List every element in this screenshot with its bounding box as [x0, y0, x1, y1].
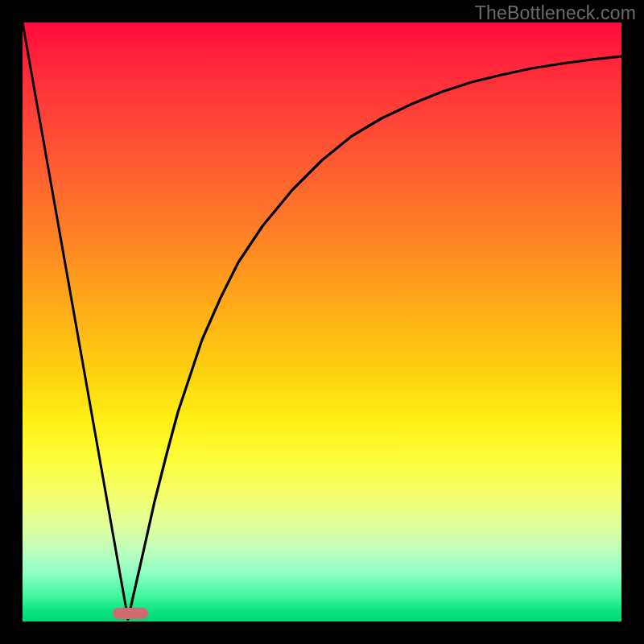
left-descent-line — [23, 23, 128, 619]
right-curve-line — [128, 56, 621, 619]
chart-frame: TheBottleneck.com — [0, 0, 644, 644]
minimum-marker — [113, 608, 148, 619]
watermark-text: TheBottleneck.com — [475, 2, 636, 24]
plot-area — [23, 23, 621, 621]
curve-layer — [23, 23, 621, 621]
